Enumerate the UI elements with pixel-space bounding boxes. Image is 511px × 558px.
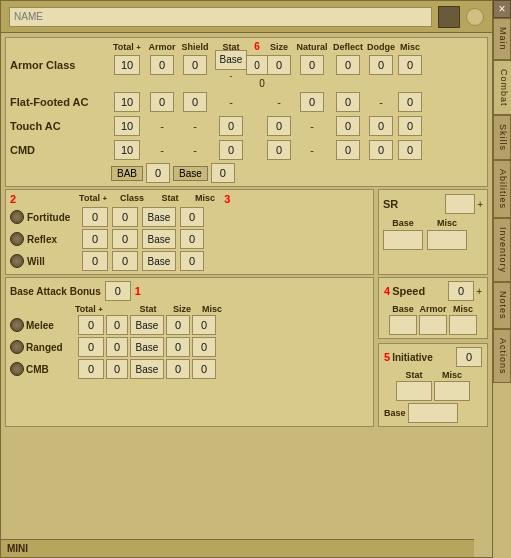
melee-total[interactable] xyxy=(78,315,104,335)
speed-base[interactable] xyxy=(389,315,417,335)
ac-col-6: 6 xyxy=(250,41,264,52)
bab-button[interactable]: BAB xyxy=(111,166,143,181)
init-value[interactable] xyxy=(456,347,482,367)
fort-class[interactable] xyxy=(112,207,138,227)
ff-dodge: - xyxy=(379,96,383,108)
sr-base[interactable] xyxy=(383,230,423,250)
init-base[interactable] xyxy=(408,403,458,423)
speed-value[interactable] xyxy=(448,281,474,301)
ac-col-deflect: Deflect xyxy=(330,42,366,52)
fort-total[interactable] xyxy=(82,207,108,227)
ranged-size[interactable] xyxy=(166,337,190,357)
ref-stat[interactable] xyxy=(142,229,176,249)
ac-deflect[interactable] xyxy=(336,55,360,75)
will-stat[interactable] xyxy=(142,251,176,271)
ac-misc[interactable] xyxy=(398,55,422,75)
tab-inventory[interactable]: Inventory xyxy=(493,218,511,282)
bab-value[interactable] xyxy=(146,163,170,183)
base-button[interactable]: Base xyxy=(173,166,208,181)
atk-col-misc: Misc xyxy=(198,304,226,314)
ff-shield[interactable] xyxy=(183,92,207,112)
cmd-misc[interactable] xyxy=(398,140,422,160)
ranged-stat-val[interactable] xyxy=(106,337,128,357)
ff-natural[interactable] xyxy=(300,92,324,112)
melee-misc[interactable] xyxy=(192,315,216,335)
atk-col-size: Size xyxy=(166,304,198,314)
ac-stat[interactable] xyxy=(215,50,247,70)
will-misc[interactable] xyxy=(180,251,204,271)
base-value[interactable] xyxy=(211,163,235,183)
sr-value[interactable] xyxy=(445,194,475,214)
cmd-dodge[interactable] xyxy=(369,140,393,160)
touch-ac-row: Touch AC - - - xyxy=(10,115,483,137)
touch-dodge[interactable] xyxy=(369,116,393,136)
saves-section: 2 Total + Class Stat Misc 3 Fortitude xyxy=(5,189,374,275)
settings-circle[interactable] xyxy=(466,8,484,26)
ranged-stat[interactable] xyxy=(130,337,164,357)
ac-natural[interactable] xyxy=(300,55,324,75)
cmd-total[interactable] xyxy=(114,140,140,160)
flat-footed-row: Flat-Footed AC - - - xyxy=(10,91,483,113)
tab-actions[interactable]: Actions xyxy=(493,329,511,384)
tab-abilities[interactable]: Abilities xyxy=(493,160,511,218)
tab-notes[interactable]: Notes xyxy=(493,282,511,329)
speed-armor-label: Armor xyxy=(419,304,447,314)
ac-shield[interactable] xyxy=(183,55,207,75)
ref-class[interactable] xyxy=(112,229,138,249)
cmb-total[interactable] xyxy=(78,359,104,379)
ref-total[interactable] xyxy=(82,229,108,249)
touch-total[interactable] xyxy=(114,116,140,136)
ac-col-misc: Misc xyxy=(396,42,424,52)
ac-col-natural: Natural xyxy=(294,42,330,52)
tab-combat[interactable]: Combat xyxy=(493,60,511,116)
sr-misc[interactable] xyxy=(427,230,467,250)
ranged-row: Ranged xyxy=(10,337,369,357)
cmb-stat[interactable] xyxy=(130,359,164,379)
name-input[interactable] xyxy=(9,7,432,27)
ac-dodge[interactable] xyxy=(369,55,393,75)
will-total[interactable] xyxy=(82,251,108,271)
ff-deflect[interactable] xyxy=(336,92,360,112)
sr-base-col: Base xyxy=(383,218,423,250)
ac-total[interactable] xyxy=(114,55,140,75)
cmd-deflect[interactable] xyxy=(336,140,360,160)
ac-armor[interactable] xyxy=(150,55,174,75)
melee-stat[interactable] xyxy=(130,315,164,335)
init-stat[interactable] xyxy=(396,381,432,401)
ac-size[interactable] xyxy=(267,55,291,75)
saves-label3: 3 xyxy=(224,193,230,205)
speed-misc-col: Misc xyxy=(449,304,477,335)
fort-misc[interactable] xyxy=(180,207,204,227)
cmb-stat-val[interactable] xyxy=(106,359,128,379)
bab-top-value[interactable] xyxy=(105,281,131,301)
ranged-misc[interactable] xyxy=(192,337,216,357)
cmb-misc[interactable] xyxy=(192,359,216,379)
touch-stat[interactable] xyxy=(219,116,243,136)
cmd-size[interactable] xyxy=(267,140,291,160)
tab-main[interactable]: Main xyxy=(493,18,511,60)
fort-stat[interactable] xyxy=(142,207,176,227)
cmb-size[interactable] xyxy=(166,359,190,379)
cmd-stat[interactable] xyxy=(219,140,243,160)
speed-misc[interactable] xyxy=(449,315,477,335)
ff-misc[interactable] xyxy=(398,92,422,112)
saves-col-stat: Stat xyxy=(150,193,190,205)
ac-col-size: Size xyxy=(264,42,294,52)
ranged-total[interactable] xyxy=(78,337,104,357)
melee-size[interactable] xyxy=(166,315,190,335)
bab-top-row: Base Attack Bonus 1 xyxy=(10,281,369,301)
touch-deflect[interactable] xyxy=(336,116,360,136)
ff-armor[interactable] xyxy=(150,92,174,112)
ref-misc[interactable] xyxy=(180,229,204,249)
speed-armor[interactable] xyxy=(419,315,447,335)
attack-section: Base Attack Bonus 1 Total + Stat Size Mi… xyxy=(5,277,374,427)
will-class[interactable] xyxy=(112,251,138,271)
tab-skills[interactable]: Skills xyxy=(493,115,511,160)
ff-total[interactable] xyxy=(114,92,140,112)
touch-misc[interactable] xyxy=(398,116,422,136)
melee-stat-val[interactable] xyxy=(106,315,128,335)
close-button[interactable]: × xyxy=(493,0,511,18)
touch-size[interactable] xyxy=(267,116,291,136)
init-misc[interactable] xyxy=(434,381,470,401)
speed-label: Speed xyxy=(392,285,425,297)
